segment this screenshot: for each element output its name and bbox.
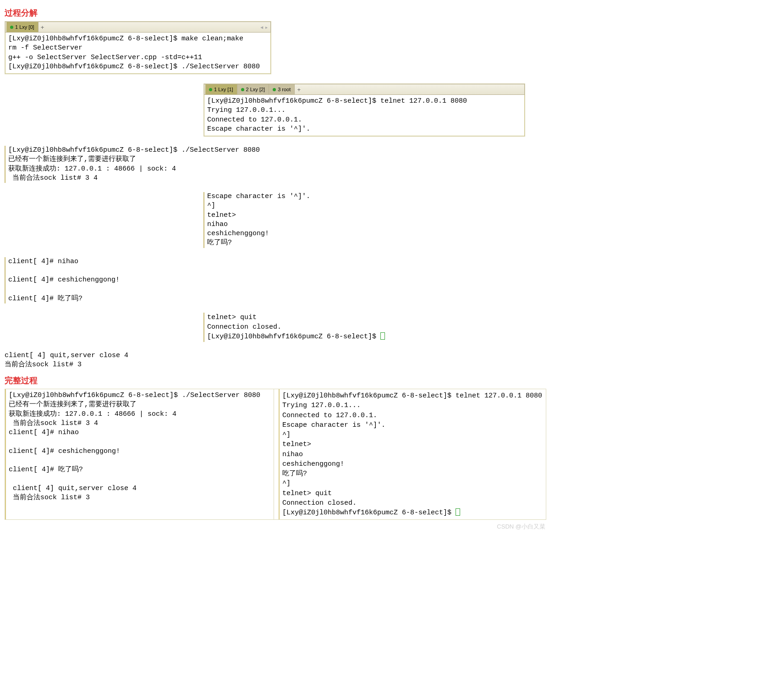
full-right-terminal[interactable]: [Lxy@iZ0jl0hb8whfvf16k6pumcZ 6-8-select]…: [279, 389, 546, 519]
terminal-text: [Lxy@iZ0jl0hb8whfvf16k6pumcZ 6-8-select]…: [9, 391, 271, 502]
terminal-window-2: 1 Lxy [1] 2 Lxy [2] 3 root + [Lxy@iZ0jl0…: [203, 83, 525, 137]
tab-bar-1: 1 Lxy [0] + ◄ ▸: [5, 22, 271, 33]
terminal-text: client[ 4]# nihao client[ 4]# ceshicheng…: [8, 257, 283, 303]
tab-1-lxy-0[interactable]: 1 Lxy [0]: [6, 22, 38, 32]
cursor-icon: [456, 508, 460, 516]
terminal-text: Escape character is '^]'. ^] telnet> nih…: [207, 192, 482, 248]
tab-label: 2 Lxy [2]: [246, 87, 265, 92]
tab-3-root[interactable]: 3 root: [269, 84, 295, 94]
terminal-snippet-3: [Lxy@iZ0jl0hb8whfvf16k6pumcZ 6-8-select]…: [5, 146, 283, 183]
section-heading-1: 过程分解: [5, 7, 769, 18]
tab-label: 1 Lxy [0]: [15, 24, 34, 30]
tab-nav-arrows[interactable]: ◄ ▸: [259, 22, 270, 32]
terminal-window-1: 1 Lxy [0] + ◄ ▸ [Lxy@iZ0jl0hb8whfvf16k6p…: [5, 21, 271, 74]
full-left-terminal[interactable]: [Lxy@iZ0jl0hb8whfvf16k6pumcZ 6-8-select]…: [5, 389, 274, 519]
terminal-text: [Lxy@iZ0jl0hb8whfvf16k6pumcZ 6-8-select]…: [207, 97, 522, 134]
tab-add-button[interactable]: +: [295, 84, 303, 94]
terminal-text: [Lxy@iZ0jl0hb8whfvf16k6pumcZ 6-8-select]…: [8, 34, 268, 72]
cursor-icon: [380, 332, 385, 340]
terminal-text: telnet> quit Connection closed. [Lxy@iZ0…: [207, 314, 380, 341]
tab-label: 1 Lxy [1]: [214, 87, 233, 92]
terminal-snippet-7: client[ 4] quit,server close 4 当前合法sock …: [5, 351, 280, 370]
tab-1-lxy-1[interactable]: 1 Lxy [1]: [205, 84, 237, 94]
terminal-output-2[interactable]: [Lxy@iZ0jl0hb8whfvf16k6pumcZ 6-8-select]…: [204, 95, 525, 136]
tab-2-lxy-2[interactable]: 2 Lxy [2]: [237, 84, 269, 94]
terminal-output-1[interactable]: [Lxy@iZ0jl0hb8whfvf16k6pumcZ 6-8-select]…: [5, 33, 271, 74]
terminal-text: [Lxy@iZ0jl0hb8whfvf16k6pumcZ 6-8-select]…: [8, 146, 283, 183]
status-dot-icon: [209, 88, 212, 91]
terminal-snippet-5: client[ 4]# nihao client[ 4]# ceshicheng…: [5, 257, 283, 303]
tab-label: 3 root: [278, 87, 291, 92]
terminal-snippet-6: telnet> quit Connection closed. [Lxy@iZ0…: [203, 313, 528, 342]
full-process-panel: [Lxy@iZ0jl0hb8whfvf16k6pumcZ 6-8-select]…: [5, 389, 546, 520]
tab-bar-2: 1 Lxy [1] 2 Lxy [2] 3 root +: [204, 84, 525, 95]
watermark-text: CSDN @小白又菜: [5, 523, 545, 531]
terminal-snippet-4: Escape character is '^]'. ^] telnet> nih…: [203, 192, 482, 248]
terminal-text: [Lxy@iZ0jl0hb8whfvf16k6pumcZ 6-8-select]…: [282, 392, 542, 517]
section-heading-2: 完整过程: [5, 375, 769, 386]
status-dot-icon: [10, 26, 13, 29]
tab-add-button[interactable]: +: [38, 22, 47, 32]
status-dot-icon: [241, 88, 244, 91]
terminal-text: client[ 4] quit,server close 4 当前合法sock …: [5, 351, 280, 370]
status-dot-icon: [273, 88, 276, 91]
